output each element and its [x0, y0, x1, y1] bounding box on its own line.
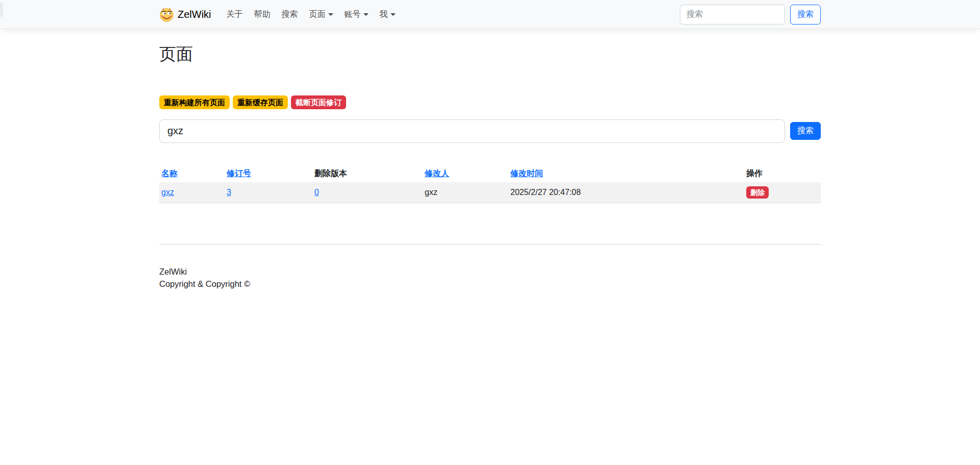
sort-by-name-link[interactable]: 名称	[161, 169, 178, 178]
chevron-down-icon	[390, 13, 396, 16]
page-action-buttons: 重新构建所有页面 重新缓存页面 截断页面修订	[159, 95, 821, 109]
pages-table: 名称 修订号 删除版本 修改人 修改时间 操作 gxz 3 0 gxz 2025…	[159, 166, 821, 203]
cell-name: gxz	[159, 182, 225, 203]
delete-page-button[interactable]: 删除	[746, 186, 769, 199]
nav-dropdown-me-label: 我	[380, 9, 388, 20]
rebuild-all-pages-button[interactable]: 重新构建所有页面	[159, 95, 230, 109]
header-deleted-versions-label: 删除版本	[314, 169, 347, 178]
header-deleted-versions: 删除版本	[312, 166, 423, 182]
table-header-row: 名称 修订号 删除版本 修改人 修改时间 操作	[159, 166, 821, 182]
sort-by-modifier-link[interactable]: 修改人	[425, 169, 449, 178]
navbar-search-form: 搜索	[680, 5, 821, 25]
cell-revision: 3	[225, 182, 312, 203]
table-row: gxz 3 0 gxz 2025/2/27 20:47:08 删除	[159, 182, 821, 203]
nav-item-help[interactable]: 帮助	[250, 5, 275, 24]
navbar-search-button[interactable]: 搜索	[790, 5, 821, 25]
modified-time-value: 2025/2/27 20:47:08	[510, 188, 581, 197]
nav-item-about[interactable]: 关于	[223, 5, 247, 24]
modified-by-value: gxz	[425, 188, 437, 197]
left-edge-scrollbar-artifact	[0, 3, 3, 17]
nav-item-help-label: 帮助	[254, 9, 271, 20]
page-search-button[interactable]: 搜索	[790, 122, 821, 140]
sort-by-revision-link[interactable]: 修订号	[227, 169, 251, 178]
chevron-down-icon	[363, 13, 369, 16]
page-search-input[interactable]	[159, 119, 785, 143]
deleted-versions-link[interactable]: 0	[314, 188, 319, 197]
nav-links: 关于 帮助 搜索 页面 账号 我	[223, 5, 680, 24]
truncate-revisions-button[interactable]: 截断页面修订	[291, 95, 346, 109]
footer: ZelWiki Copyright & Copyright ©	[159, 266, 821, 290]
header-modified-by: 修改人	[423, 166, 508, 182]
page-title: 页面	[159, 44, 821, 64]
page-name-link[interactable]: gxz	[161, 188, 174, 197]
nav-item-search-label: 搜索	[282, 9, 298, 20]
cell-modified-by: gxz	[423, 182, 508, 203]
revision-link[interactable]: 3	[227, 188, 231, 197]
page-search-form: 搜索	[159, 119, 821, 143]
nav-dropdown-pages[interactable]: 页面	[305, 5, 337, 24]
main-content: 页面 重新构建所有页面 重新缓存页面 截断页面修订 搜索 名称 修订号 删除版本…	[153, 29, 827, 290]
header-actions-label: 操作	[746, 169, 763, 178]
cell-modified-time: 2025/2/27 20:47:08	[508, 182, 744, 203]
navbar-search-input[interactable]	[680, 5, 785, 25]
top-navbar: ZelWiki 关于 帮助 搜索 页面 账号 我 搜索	[0, 0, 980, 29]
brand-label: ZelWiki	[178, 9, 211, 20]
nav-item-search[interactable]: 搜索	[278, 5, 302, 24]
header-modified-time: 修改时间	[508, 166, 744, 182]
cell-deleted-versions: 0	[312, 182, 423, 203]
chevron-down-icon	[328, 13, 333, 16]
header-revision: 修订号	[225, 166, 312, 182]
wiki-logo-emoji-icon	[159, 7, 174, 22]
header-actions: 操作	[744, 166, 821, 182]
footer-divider	[159, 244, 821, 244]
brand-link[interactable]: ZelWiki	[159, 7, 211, 22]
header-name: 名称	[159, 166, 225, 182]
recache-pages-button[interactable]: 重新缓存页面	[233, 95, 288, 109]
sort-by-time-link[interactable]: 修改时间	[510, 169, 543, 178]
cell-actions: 删除	[744, 182, 821, 203]
footer-copyright: Copyright & Copyright ©	[159, 278, 821, 290]
nav-dropdown-me[interactable]: 我	[376, 5, 400, 24]
nav-dropdown-accounts-label: 账号	[345, 9, 361, 20]
nav-item-about-label: 关于	[227, 9, 243, 20]
nav-dropdown-accounts[interactable]: 账号	[340, 5, 373, 24]
footer-brand: ZelWiki	[159, 266, 821, 278]
nav-dropdown-pages-label: 页面	[309, 9, 326, 20]
